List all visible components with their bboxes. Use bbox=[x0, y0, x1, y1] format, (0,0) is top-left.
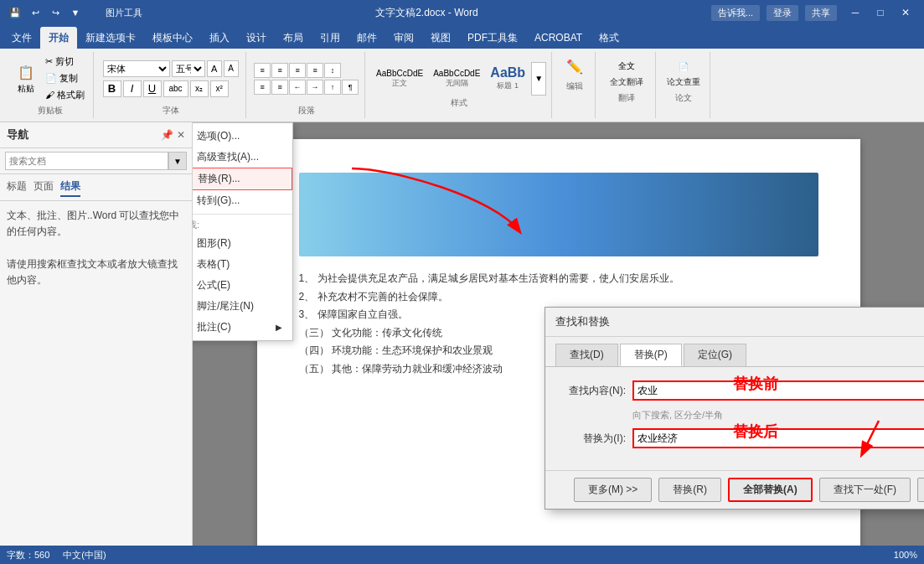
numbering-btn[interactable]: ≡ bbox=[271, 80, 288, 95]
minimize-btn[interactable]: ─ bbox=[844, 4, 867, 21]
italic-btn[interactable]: I bbox=[123, 80, 142, 97]
underline-btn[interactable]: U bbox=[143, 80, 162, 97]
cancel-btn[interactable]: 取消 bbox=[917, 478, 924, 502]
copy-btn[interactable]: 📄 复制 bbox=[42, 70, 88, 86]
redo-btn[interactable]: ↪ bbox=[47, 4, 64, 21]
doc-area[interactable]: 1、 为社会提供充足农产品，满足城乡居民对基本生活资料的需要，使人们安居乐业。 … bbox=[193, 122, 924, 564]
style-no-space[interactable]: AaBbCcDdE 无间隔 bbox=[429, 66, 484, 91]
tab-layout[interactable]: 布局 bbox=[275, 27, 312, 49]
dialog-title-bar: 查找和替换 ? ✕ bbox=[545, 308, 924, 337]
style-dropdown-btn[interactable]: ▼ bbox=[531, 62, 546, 96]
menu-find-formula-label: 公式(E) bbox=[197, 278, 230, 292]
subscript-btn[interactable]: x₂ bbox=[190, 80, 209, 97]
edit-group-label: 编辑 bbox=[566, 80, 583, 92]
paste-btn[interactable]: 📋 粘贴 bbox=[12, 60, 40, 97]
window-controls: ─ □ ✕ bbox=[844, 4, 917, 21]
align-right-btn[interactable]: ≡ bbox=[289, 63, 306, 78]
nav-pin-btn[interactable]: 📌 bbox=[161, 129, 173, 141]
style-normal[interactable]: AaBbCcDdE 正文 bbox=[372, 66, 427, 91]
format-painter-btn[interactable]: 🖌 格式刷 bbox=[42, 87, 88, 103]
nav-search-dropdown[interactable]: ▼ bbox=[168, 152, 187, 170]
font-shrink-btn[interactable]: A bbox=[224, 60, 239, 77]
indent-dec-btn[interactable]: ← bbox=[289, 80, 306, 95]
font-grow-btn[interactable]: A bbox=[207, 60, 222, 77]
style-normal-preview: AaBbCcDdE bbox=[376, 69, 423, 78]
menu-find-table[interactable]: ⊞ 表格(T) bbox=[193, 254, 292, 275]
tab-format[interactable]: 格式 bbox=[591, 27, 627, 49]
find-replace-dialog[interactable]: 查找和替换 ? ✕ 查找(D) 替换(P) 定位(G) 查找内容(N): ▼ bbox=[545, 307, 924, 510]
doc-item-2: 2、 补充农村不完善的社会保障。 bbox=[299, 288, 818, 307]
tab-home[interactable]: 开始 bbox=[40, 27, 77, 49]
tell-me-btn[interactable]: 告诉我... bbox=[711, 5, 760, 21]
nav-close-btn[interactable]: ✕ bbox=[177, 129, 185, 141]
share-btn[interactable]: 共享 bbox=[805, 5, 837, 21]
justify-btn[interactable]: ≡ bbox=[307, 63, 323, 78]
tab-review[interactable]: 审阅 bbox=[385, 27, 422, 49]
paper-check-btn[interactable]: 📄 论文查重 bbox=[663, 54, 705, 91]
tab-insert[interactable]: 插入 bbox=[201, 27, 238, 49]
login-btn[interactable]: 登录 bbox=[767, 5, 798, 21]
menu-find-section: 查找: bbox=[193, 217, 292, 233]
line-space-btn[interactable]: ↕ bbox=[324, 63, 341, 78]
status-words: 字数：560 bbox=[7, 549, 49, 561]
menu-advanced-find[interactable]: 🔍 高级查找(A)... bbox=[193, 147, 292, 168]
tab-pdf[interactable]: PDF工具集 bbox=[459, 27, 526, 49]
comment-arrow: ▶ bbox=[276, 323, 282, 332]
tab-file[interactable]: 文件 bbox=[3, 27, 40, 49]
close-btn[interactable]: ✕ bbox=[894, 4, 917, 21]
undo-btn[interactable]: ↩ bbox=[27, 4, 44, 21]
edit-btn[interactable]: ✏️ bbox=[560, 54, 589, 79]
more-btn[interactable]: 更多(M) >> bbox=[574, 478, 652, 502]
dialog-tab-replace[interactable]: 替换(P) bbox=[620, 344, 682, 366]
nav-tab-results[interactable]: 结果 bbox=[60, 178, 80, 197]
nav-tab-pages[interactable]: 页面 bbox=[34, 178, 54, 197]
find-input[interactable] bbox=[632, 380, 924, 401]
dialog-tab-find[interactable]: 查找(D) bbox=[555, 344, 618, 366]
style-no-space-preview: AaBbCcDdE bbox=[433, 69, 480, 78]
title-bar-left: 💾 ↩ ↪ ▼ 图片工具 bbox=[7, 4, 142, 21]
menu-find-shape[interactable]: □ 图形(R) bbox=[193, 233, 292, 254]
superscript-btn[interactable]: x² bbox=[210, 80, 229, 97]
menu-find-formula[interactable]: π 公式(E) bbox=[193, 275, 292, 296]
status-lang: 中文(中国) bbox=[63, 549, 106, 561]
tab-mail[interactable]: 邮件 bbox=[348, 27, 385, 49]
annotation-after: 替换后 bbox=[733, 422, 778, 442]
qa-dropdown-btn[interactable]: ▼ bbox=[67, 4, 84, 21]
save-quick-btn[interactable]: 💾 bbox=[7, 4, 23, 21]
indent-inc-btn[interactable]: → bbox=[307, 80, 323, 95]
tab-design[interactable]: 设计 bbox=[238, 27, 275, 49]
nav-search-input[interactable] bbox=[5, 152, 168, 170]
find-next-btn[interactable]: 查找下一处(F) bbox=[819, 478, 911, 502]
bold-btn[interactable]: B bbox=[103, 80, 121, 97]
tab-view[interactable]: 视图 bbox=[422, 27, 459, 49]
maximize-btn[interactable]: □ bbox=[869, 4, 892, 21]
style-heading1[interactable]: AaBb 标题 1 bbox=[486, 63, 529, 94]
font-name-select[interactable]: 宋体 bbox=[103, 60, 170, 77]
menu-goto[interactable]: → 转到(G)... bbox=[193, 190, 292, 211]
replace-btn[interactable]: 替换(R) bbox=[658, 478, 721, 502]
tab-template[interactable]: 模板中心 bbox=[144, 27, 201, 49]
align-left-btn[interactable]: ≡ bbox=[254, 63, 271, 78]
status-bar: 字数：560 中文(中国) 100% bbox=[0, 546, 924, 564]
nav-panel: 导航 📌 ✕ ▼ 标题 页面 结果 文本、批注、图片..Word 可以查找您中的… bbox=[0, 122, 193, 564]
replace-all-btn[interactable]: 全部替换(A) bbox=[728, 478, 813, 502]
menu-replace[interactable]: abc 替换(R)... bbox=[193, 168, 292, 190]
sort-btn[interactable]: ↑ bbox=[324, 80, 341, 95]
dialog-tab-goto[interactable]: 定位(G) bbox=[684, 344, 746, 366]
font-size-select[interactable]: 五号 bbox=[172, 60, 205, 77]
tab-acrobat[interactable]: ACROBAT bbox=[526, 27, 591, 49]
align-center-btn[interactable]: ≡ bbox=[271, 63, 288, 78]
marks-btn[interactable]: ¶ bbox=[342, 80, 359, 95]
cut-btn[interactable]: ✂ 剪切 bbox=[42, 54, 88, 70]
tab-new[interactable]: 新建选项卡 bbox=[77, 27, 144, 49]
tab-references[interactable]: 引用 bbox=[312, 27, 348, 49]
menu-options[interactable]: 选项(O)... bbox=[193, 126, 292, 147]
paragraph-group-label: 段落 bbox=[298, 105, 315, 116]
full-translate-btn[interactable]: 全文 全文翻译 bbox=[606, 54, 648, 91]
menu-find-comment[interactable]: □ 批注(C) ▶ bbox=[193, 317, 292, 338]
menu-find-footnote[interactable]: AB¹ 脚注/尾注(N) bbox=[193, 296, 292, 317]
strikethrough-btn[interactable]: abc bbox=[163, 80, 188, 97]
replace-input[interactable] bbox=[632, 428, 924, 448]
nav-tab-headings[interactable]: 标题 bbox=[7, 178, 27, 197]
bullets-btn[interactable]: ≡ bbox=[254, 80, 271, 95]
